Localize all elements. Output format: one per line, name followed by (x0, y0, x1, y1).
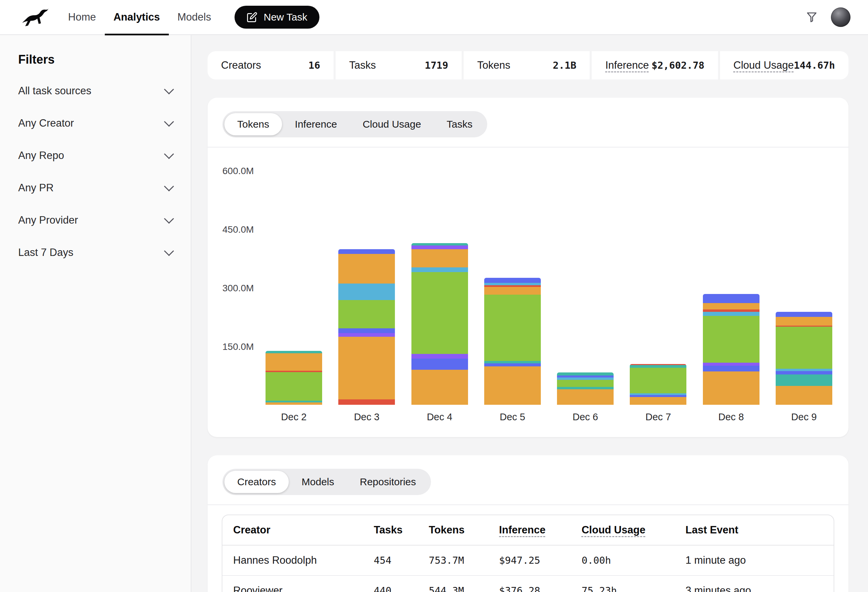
column-header-inference[interactable]: Inference (488, 515, 571, 545)
filter-dropdown-any-pr[interactable]: Any PR (18, 172, 173, 204)
nav-item-analytics[interactable]: Analytics (105, 0, 169, 35)
chart-tab-inference[interactable]: Inference (282, 113, 350, 135)
stat-label: Tokens (477, 59, 510, 71)
table-tabbar: CreatorsModelsRepositories (222, 469, 431, 495)
column-header-cloud-usage[interactable]: Cloud Usage (571, 515, 675, 545)
creators-table: CreatorTasksTokensInferenceCloud UsageLa… (222, 515, 834, 592)
filter-dropdown-any-provider[interactable]: Any Provider (18, 204, 173, 236)
stacked-bar[interactable] (776, 312, 832, 405)
bar-segment-teal (630, 365, 686, 368)
stat-label[interactable]: Inference (605, 59, 649, 71)
bar-segment-orange (338, 337, 395, 399)
bar-segment-lightblue (557, 377, 614, 380)
bar-column-dec-4: Dec 4 (412, 243, 468, 424)
stat-card-cloud-usage: Cloud Usage144.67h (720, 51, 849, 80)
bar-segment-green (412, 272, 468, 354)
bar-segment-orange (630, 397, 686, 405)
cell-inference: $376.28 (488, 576, 571, 592)
filter-label: Any Provider (18, 214, 78, 226)
bar-segment-orange (557, 389, 614, 405)
y-axis-tick: 450.0M (222, 224, 254, 235)
x-axis-label: Dec 8 (718, 411, 744, 424)
bar-segment-red (338, 399, 395, 405)
chevron-down-icon (164, 246, 174, 256)
table-row[interactable]: Rooviewer440544.3M$376.2875.23h3 minutes… (222, 576, 834, 592)
filter-dropdown-all-task-sources[interactable]: All task sources (18, 75, 173, 107)
nav-item-models[interactable]: Models (169, 0, 220, 35)
filters-title: Filters (18, 53, 173, 67)
stat-label: Tasks (349, 59, 376, 71)
kangaroo-logo[interactable] (20, 7, 50, 27)
cell-tokens: 544.3M (418, 576, 488, 592)
chart-tab-tokens[interactable]: Tokens (224, 113, 282, 135)
bar-column-dec-5: Dec 5 (484, 278, 541, 424)
chart-tab-tasks[interactable]: Tasks (434, 113, 486, 135)
table-tab-creators[interactable]: Creators (224, 471, 289, 493)
table-header-row: CreatorTasksTokensInferenceCloud UsageLa… (222, 515, 834, 545)
filter-label: Any PR (18, 182, 53, 194)
new-task-button[interactable]: New Task (235, 6, 319, 29)
bar-column-dec-7: Dec 7 (630, 364, 686, 424)
table-card: CreatorsModelsRepositories CreatorTasksT… (208, 455, 849, 592)
cell-tasks: 440 (363, 576, 418, 592)
chart-tabbar: TokensInferenceCloud UsageTasks (222, 111, 487, 137)
x-axis-label: Dec 7 (646, 411, 671, 424)
bar-segment-indigo (484, 278, 541, 283)
bar-segment-orange (266, 353, 322, 371)
column-header-last-event: Last Event (675, 515, 834, 545)
stat-card-tasks: Tasks1719 (336, 51, 462, 80)
filter-funnel-icon[interactable] (804, 9, 819, 25)
bar-segment-teal (412, 243, 468, 246)
chart-bars: Dec 2Dec 3Dec 4Dec 5Dec 6Dec 7Dec 8Dec 9 (266, 243, 832, 424)
table-tab-repositories[interactable]: Repositories (347, 471, 429, 493)
stacked-bar[interactable] (412, 243, 468, 405)
bar-column-dec-6: Dec 6 (557, 373, 614, 424)
chart-card-header: TokensInferenceCloud UsageTasks (208, 98, 849, 147)
bar-segment-green (703, 316, 760, 363)
filter-label: All task sources (18, 85, 91, 97)
bar-segment-indigo (703, 366, 760, 371)
nav-item-home[interactable]: Home (59, 0, 105, 35)
app-root: HomeAnalyticsModels New Task Filters All… (0, 0, 868, 592)
stacked-bar[interactable] (703, 294, 760, 405)
table-card-header: CreatorsModelsRepositories (208, 455, 849, 505)
y-axis-tick: 150.0M (222, 342, 254, 352)
bar-segment-orange (703, 371, 760, 405)
stacked-bar[interactable] (557, 373, 614, 405)
stacked-bar[interactable] (266, 351, 322, 405)
bar-segment-purple (338, 333, 395, 337)
table-tab-models[interactable]: Models (289, 471, 347, 493)
cell-tokens: 753.7M (418, 545, 488, 576)
avatar[interactable] (831, 7, 850, 27)
bar-segment-indigo (484, 363, 541, 367)
stat-label[interactable]: Cloud Usage (734, 59, 794, 71)
stacked-bar[interactable] (484, 278, 541, 405)
filter-dropdown-any-repo[interactable]: Any Repo (18, 139, 173, 172)
bar-column-dec-3: Dec 3 (338, 249, 395, 424)
bar-segment-orange (412, 249, 468, 267)
x-axis-label: Dec 6 (573, 411, 598, 424)
stacked-bar[interactable] (630, 364, 686, 405)
filter-dropdown-any-creator[interactable]: Any Creator (18, 107, 173, 139)
stat-value: 16 (308, 60, 320, 71)
bar-segment-indigo (338, 249, 395, 254)
main-content: Creators16Tasks1719Tokens2.1BInference$2… (191, 35, 868, 592)
bar-segment-orange (338, 254, 395, 284)
filter-label: Last 7 Days (18, 246, 74, 259)
bar-column-dec-2: Dec 2 (266, 351, 322, 424)
bar-segment-lightblue (338, 284, 395, 300)
stacked-bar[interactable] (338, 249, 395, 405)
bar-column-dec-9: Dec 9 (776, 312, 832, 424)
chart-card: TokensInferenceCloud UsageTasks 150.0M30… (208, 98, 849, 437)
bar-segment-orange (703, 303, 760, 309)
filter-dropdown-last-7-days[interactable]: Last 7 Days (18, 236, 173, 269)
cell-creator: Hannes Roodolph (222, 545, 363, 576)
table-row[interactable]: Hannes Roodolph454753.7M$947.250.00h1 mi… (222, 545, 834, 576)
app-shell: Filters All task sourcesAny CreatorAny R… (0, 35, 868, 592)
bar-segment-lightblue (412, 267, 468, 272)
cell-last-event: 3 minutes ago (675, 576, 834, 592)
cell-inference: $947.25 (488, 545, 571, 576)
chart-tab-cloud-usage[interactable]: Cloud Usage (350, 113, 434, 135)
x-axis-label: Dec 4 (427, 411, 453, 424)
stat-value: 1719 (425, 60, 448, 71)
